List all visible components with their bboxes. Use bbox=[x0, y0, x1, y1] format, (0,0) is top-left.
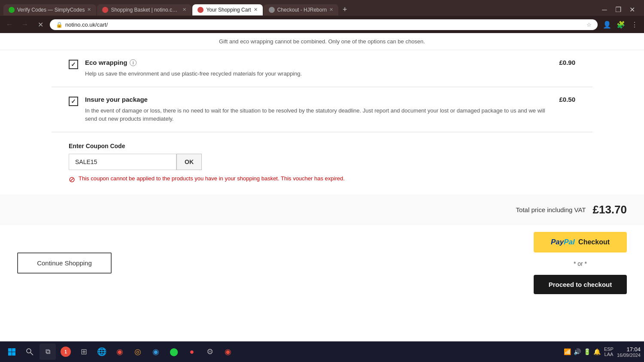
page-content: Gift and eco wrapping cannot be combined… bbox=[0, 33, 644, 356]
system-icons: 📶 🔊 🔋 🔔 bbox=[564, 348, 601, 355]
tab-shopping-basket[interactable]: Shopping Basket | notino.co.uk ✕ bbox=[97, 4, 191, 15]
taskbar-app-4[interactable]: ◉ bbox=[112, 344, 128, 360]
battery-icon[interactable]: 🔋 bbox=[583, 348, 591, 355]
tab-shopping-cart[interactable]: Your Shopping Cart ✕ bbox=[192, 4, 262, 15]
taskbar-app-1[interactable]: 1 bbox=[58, 344, 74, 360]
insure-package-checkbox-col bbox=[69, 97, 78, 106]
tab-favicon bbox=[269, 7, 275, 13]
browser-chrome: Verify Codes — SimplyCodes ✕ Shopping Ba… bbox=[0, 0, 644, 33]
tab-favicon bbox=[197, 7, 204, 13]
svg-rect-0 bbox=[8, 348, 12, 352]
tab-checkout-hjreborn[interactable]: Checkout - HJReborn ✕ bbox=[264, 4, 338, 15]
coupon-ok-button[interactable]: OK bbox=[176, 154, 202, 170]
svg-line-5 bbox=[30, 353, 33, 355]
taskbar-app-2[interactable]: ⊞ bbox=[76, 344, 92, 360]
taskbar-app-7[interactable]: ⬤ bbox=[166, 344, 182, 360]
insure-package-label: Insure your package bbox=[85, 96, 148, 103]
clock-date: 16/09/2024 bbox=[617, 353, 641, 358]
eco-wrapping-label: Eco wrapping bbox=[85, 59, 127, 66]
insure-package-description: In the event of damage or loss, there is… bbox=[85, 106, 552, 123]
paypal-logo: PayPal Checkout bbox=[551, 238, 610, 246]
eco-wrapping-title: Eco wrapping i bbox=[85, 59, 552, 66]
maximize-button[interactable]: ❐ bbox=[613, 6, 623, 14]
total-section: Total price including VAT £13.70 bbox=[0, 195, 644, 225]
insure-package-price: £0.50 bbox=[559, 96, 575, 103]
total-price: £13.70 bbox=[592, 203, 627, 216]
svg-rect-2 bbox=[8, 352, 12, 356]
paypal-checkout-button[interactable]: PayPal Checkout bbox=[534, 232, 627, 252]
taskview-button[interactable]: ⧉ bbox=[39, 344, 56, 360]
continue-shopping-button[interactable]: Continue Shopping bbox=[17, 252, 112, 274]
address-bar[interactable]: 🔒 notino.co.uk/cart/ ☆ bbox=[50, 19, 598, 30]
back-button[interactable]: ← bbox=[3, 18, 15, 30]
window-controls: ─ ❐ ✕ bbox=[599, 6, 641, 14]
tab-label: Your Shopping Cart bbox=[206, 7, 251, 13]
total-label: Total price including VAT bbox=[516, 206, 586, 213]
insure-package-content: Insure your package In the event of dama… bbox=[85, 96, 552, 123]
taskbar: ⧉ 1 ⊞ 🌐 ◉ ◎ ◉ ⬤ ● ⚙ ◉ 📶 🔊 🔋 🔔 ESP LAA bbox=[0, 341, 644, 362]
taskbar-app-8[interactable]: ● bbox=[184, 344, 200, 360]
taskbar-app-6[interactable]: ◉ bbox=[148, 344, 164, 360]
network-icon[interactable]: 📶 bbox=[564, 348, 571, 355]
minimize-button[interactable]: ─ bbox=[599, 6, 610, 14]
tab-label: Verify Codes — SimplyCodes bbox=[17, 7, 85, 13]
address-bar-row: ← → ✕ 🔒 notino.co.uk/cart/ ☆ 👤 🧩 ⋮ bbox=[0, 16, 644, 33]
star-icon[interactable]: ☆ bbox=[586, 21, 592, 28]
coupon-label: Enter Coupon Code bbox=[69, 143, 575, 149]
paypal-pal-icon: Pal bbox=[564, 238, 575, 246]
taskbar-app-10[interactable]: ◉ bbox=[220, 344, 236, 360]
coupon-error: ⊘ This coupon cannot be applied to the p… bbox=[69, 174, 575, 184]
coupon-input[interactable] bbox=[69, 154, 176, 170]
coupon-row: OK bbox=[69, 154, 202, 170]
notifications-icon[interactable]: 🔔 bbox=[593, 348, 601, 355]
taskbar-app-5[interactable]: ◎ bbox=[130, 344, 146, 360]
close-button[interactable]: ✕ bbox=[627, 6, 637, 14]
svg-point-4 bbox=[27, 349, 31, 353]
svg-rect-1 bbox=[12, 348, 15, 352]
eco-wrapping-content: Eco wrapping i Help us save the environm… bbox=[85, 59, 552, 78]
lang-region: ESP LAA bbox=[604, 347, 614, 357]
taskbar-right: 📶 🔊 🔋 🔔 ESP LAA 17:04 16/09/2024 bbox=[564, 346, 641, 358]
tab-close-icon[interactable]: ✕ bbox=[87, 7, 91, 12]
tab-label: Checkout - HJReborn bbox=[277, 7, 327, 13]
new-tab-button[interactable]: + bbox=[339, 3, 351, 16]
tab-close-icon[interactable]: ✕ bbox=[329, 7, 333, 12]
action-bar: Continue Shopping PayPal Checkout * or *… bbox=[0, 225, 644, 301]
tab-verify-codes[interactable]: Verify Codes — SimplyCodes ✕ bbox=[3, 4, 96, 15]
right-actions: PayPal Checkout * or * Proceed to checko… bbox=[534, 232, 627, 294]
error-icon: ⊘ bbox=[69, 175, 75, 184]
insure-package-checkbox[interactable] bbox=[69, 97, 78, 106]
settings-icon[interactable]: ⋮ bbox=[629, 18, 641, 30]
profile-icon[interactable]: 👤 bbox=[601, 18, 613, 30]
notice-text: Gift and eco wrapping cannot be combined… bbox=[219, 38, 425, 45]
reload-button[interactable]: ✕ bbox=[34, 18, 46, 30]
proceed-to-checkout-button[interactable]: Proceed to checkout bbox=[534, 275, 627, 294]
eco-wrapping-info-icon[interactable]: i bbox=[130, 59, 137, 66]
volume-icon[interactable]: 🔊 bbox=[574, 348, 581, 355]
coupon-error-message: This coupon cannot be applied to the pro… bbox=[79, 174, 345, 183]
start-button[interactable] bbox=[3, 344, 20, 360]
tab-favicon bbox=[9, 7, 15, 13]
tab-close-icon[interactable]: ✕ bbox=[254, 7, 258, 12]
clock-time: 17:04 bbox=[617, 346, 641, 353]
region-label: LAA bbox=[604, 352, 614, 357]
tab-label: Shopping Basket | notino.co.uk bbox=[111, 7, 180, 13]
paypal-checkout-label: Checkout bbox=[577, 238, 610, 246]
address-bar-icons: ☆ bbox=[586, 21, 592, 28]
extensions-icon[interactable]: 🧩 bbox=[615, 18, 627, 30]
or-text: * or * bbox=[534, 260, 627, 267]
lock-icon: 🔒 bbox=[56, 21, 63, 28]
svg-rect-3 bbox=[12, 352, 15, 356]
insure-package-section: Insure your package In the event of dama… bbox=[52, 87, 592, 132]
taskbar-app-3[interactable]: 🌐 bbox=[94, 344, 110, 360]
eco-wrapping-checkbox[interactable] bbox=[69, 60, 78, 69]
tab-close-icon[interactable]: ✕ bbox=[182, 7, 186, 12]
search-taskbar-button[interactable] bbox=[21, 344, 38, 360]
forward-button[interactable]: → bbox=[19, 18, 31, 30]
taskbar-app-9[interactable]: ⚙ bbox=[202, 344, 218, 360]
paypal-p-icon: Pay bbox=[551, 238, 564, 246]
url-text: notino.co.uk/cart/ bbox=[65, 21, 584, 28]
eco-wrapping-description: Help us save the environment and use pla… bbox=[85, 70, 552, 78]
toolbar-icons: 👤 🧩 ⋮ bbox=[601, 18, 641, 30]
language-label: ESP bbox=[604, 347, 614, 352]
